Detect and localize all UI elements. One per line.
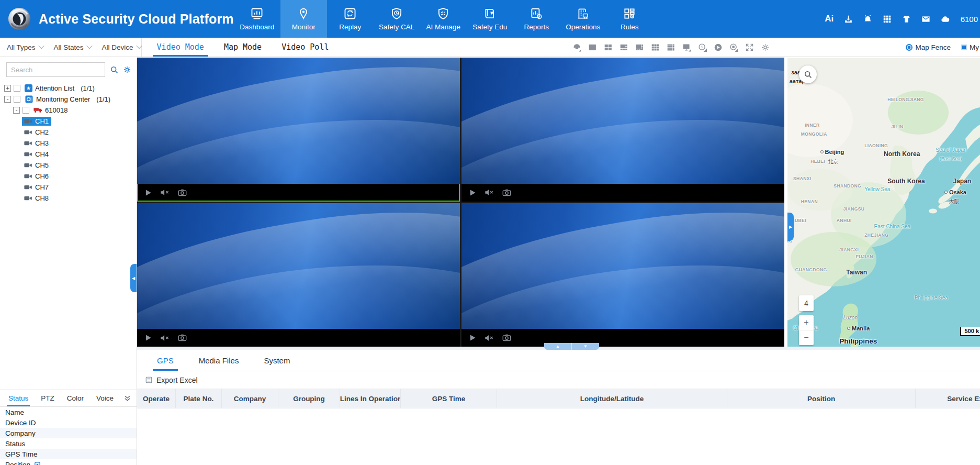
tool-layout-16-button[interactable] bbox=[667, 43, 675, 52]
nav-ai-manage[interactable]: AI Manage bbox=[420, 0, 467, 38]
video-cell-2[interactable] bbox=[461, 58, 784, 202]
video-cell-4[interactable] bbox=[461, 203, 784, 347]
expand-up-arrow-icon[interactable]: ▲ bbox=[544, 343, 571, 350]
nav-safety-cal[interactable]: Safety CAL bbox=[374, 0, 420, 38]
search-icon[interactable] bbox=[110, 65, 118, 74]
mute-button[interactable] bbox=[485, 335, 494, 341]
tree-item-attention-list[interactable]: +★Attention List(1/1) bbox=[0, 83, 137, 94]
zoom-out-button[interactable]: − bbox=[799, 330, 814, 345]
search-settings-gear-icon[interactable] bbox=[123, 65, 131, 74]
tool-layout-4-button[interactable] bbox=[604, 43, 613, 52]
snapshot-button[interactable] bbox=[178, 334, 187, 341]
tree-item-ch6[interactable]: CH6 bbox=[0, 171, 137, 182]
play-button[interactable] bbox=[145, 189, 152, 196]
play-button[interactable] bbox=[469, 334, 476, 341]
tree-expander[interactable]: - bbox=[4, 96, 11, 103]
column-header-position[interactable]: Position bbox=[727, 389, 916, 408]
search-input[interactable] bbox=[6, 62, 105, 77]
tool-record-button[interactable] bbox=[729, 43, 738, 52]
map-expand-handle[interactable]: ▶ bbox=[787, 213, 794, 241]
nav-replay[interactable]: Replay bbox=[327, 0, 374, 38]
column-header-plate-no[interactable]: Plate No. bbox=[176, 389, 222, 408]
column-header-company[interactable]: Company bbox=[222, 389, 278, 408]
bottom-tab-gps[interactable]: GPS bbox=[144, 350, 186, 371]
tree-expander[interactable]: - bbox=[13, 107, 20, 114]
bottom-tab-system[interactable]: System bbox=[251, 350, 302, 371]
props-tab-color[interactable]: Color bbox=[61, 390, 90, 406]
map-fence-toggle[interactable]: Map Fence bbox=[906, 43, 951, 51]
tree-item-monitoring-center[interactable]: -Monitoring Center(1/1) bbox=[0, 94, 137, 105]
filter-all-device[interactable]: All Device bbox=[102, 43, 141, 51]
tool-layout-1-button[interactable] bbox=[588, 43, 597, 52]
nav-operations[interactable]: Operations bbox=[560, 0, 606, 38]
collapse-double-chevron-icon[interactable] bbox=[123, 394, 131, 402]
video-cell-1[interactable] bbox=[137, 58, 460, 202]
nav-dashboard[interactable]: Dashboard bbox=[234, 0, 280, 38]
tool-fullscreen-button[interactable] bbox=[745, 43, 754, 52]
alarm-icon[interactable] bbox=[863, 14, 873, 24]
tree-item-ch8[interactable]: CH8 bbox=[0, 193, 137, 204]
props-tab-ptz[interactable]: PTZ bbox=[35, 390, 61, 406]
tree-expander[interactable]: + bbox=[4, 85, 11, 92]
locate-icon[interactable] bbox=[34, 461, 41, 465]
video-cell-3[interactable] bbox=[137, 203, 460, 347]
column-header-gps-time[interactable]: GPS Time bbox=[401, 389, 497, 408]
mute-button[interactable] bbox=[160, 335, 170, 341]
tool-capture-screen-button[interactable] bbox=[682, 43, 691, 52]
tree-checkbox[interactable] bbox=[14, 96, 20, 103]
nav-safety-edu[interactable]: Safety Edu bbox=[467, 0, 513, 38]
mute-button[interactable] bbox=[485, 189, 494, 196]
tab-video-mode[interactable]: Video Mode bbox=[147, 38, 214, 57]
zoom-in-button[interactable]: + bbox=[799, 315, 814, 330]
apps-grid-icon[interactable] bbox=[882, 14, 893, 24]
tree-item-ch2[interactable]: CH2 bbox=[0, 127, 137, 138]
nav-rules[interactable]: Rules bbox=[606, 0, 653, 38]
snapshot-button[interactable] bbox=[502, 334, 511, 341]
tree-item-610018[interactable]: -610018 bbox=[0, 105, 137, 116]
download-icon[interactable] bbox=[843, 14, 854, 24]
map-search-magnifier-button[interactable] bbox=[799, 65, 817, 83]
tool-play-all-button[interactable] bbox=[714, 43, 723, 52]
map-panel[interactable]: заатааатарHEILONGJIANGJILININNERMONGOLIA… bbox=[787, 58, 980, 347]
tab-map-mode[interactable]: Map Mode bbox=[214, 38, 272, 57]
mail-icon[interactable] bbox=[921, 14, 931, 24]
props-tab-voice[interactable]: Voice bbox=[90, 390, 120, 406]
tool-settings-button[interactable] bbox=[761, 43, 770, 52]
snapshot-button[interactable] bbox=[178, 189, 187, 196]
play-button[interactable] bbox=[145, 334, 152, 341]
props-tab-status[interactable]: Status bbox=[2, 390, 35, 406]
tab-video-poll[interactable]: Video Poll bbox=[272, 38, 339, 57]
ai-icon[interactable]: Ai bbox=[824, 14, 835, 24]
tool-layout-9-button[interactable] bbox=[651, 43, 660, 52]
tree-checkbox[interactable] bbox=[14, 85, 20, 92]
tree-item-ch7[interactable]: CH7 bbox=[0, 182, 137, 193]
filter-all-types[interactable]: All Types bbox=[7, 43, 43, 51]
column-header-lines-in-operatior[interactable]: Lines In Operatior bbox=[340, 389, 401, 408]
nav-monitor[interactable]: Monitor bbox=[280, 0, 327, 38]
shirt-icon[interactable] bbox=[902, 14, 912, 24]
export-excel-button[interactable]: Export Excel bbox=[137, 371, 980, 389]
tree-item-ch4[interactable]: CH4 bbox=[0, 149, 137, 160]
tree-item-ch1[interactable]: CH1 bbox=[0, 116, 137, 127]
my-fence-toggle[interactable]: My bbox=[961, 43, 979, 51]
tree-item-ch5[interactable]: CH5 bbox=[0, 160, 137, 171]
filter-all-states[interactable]: All States bbox=[54, 43, 92, 51]
tool-stream-quality-button[interactable] bbox=[698, 43, 707, 52]
tool-ptz-camera-button[interactable] bbox=[572, 43, 581, 52]
column-header-longitude-latitude[interactable]: Longitude/Latitude bbox=[497, 389, 727, 408]
mute-button[interactable] bbox=[160, 189, 170, 196]
tool-layout-6-button[interactable] bbox=[619, 43, 628, 52]
play-button[interactable] bbox=[469, 189, 476, 196]
nav-reports[interactable]: Reports bbox=[513, 0, 560, 38]
tree-checkbox[interactable] bbox=[22, 107, 29, 114]
cloud-icon[interactable] bbox=[940, 14, 951, 24]
column-header-grouping[interactable]: Grouping bbox=[278, 389, 340, 408]
sidebar-collapse-handle[interactable]: ◀ bbox=[130, 264, 137, 292]
column-header-operate[interactable]: Operate bbox=[137, 389, 176, 408]
tree-item-ch3[interactable]: CH3 bbox=[0, 138, 137, 149]
collapse-down-arrow-icon[interactable]: ▼ bbox=[571, 343, 599, 350]
tool-layout-8-button[interactable] bbox=[635, 43, 644, 52]
snapshot-button[interactable] bbox=[502, 189, 511, 196]
bottom-tab-media-files[interactable]: Media Files bbox=[186, 350, 252, 371]
column-header-service-ex[interactable]: Service Ex bbox=[916, 389, 980, 408]
